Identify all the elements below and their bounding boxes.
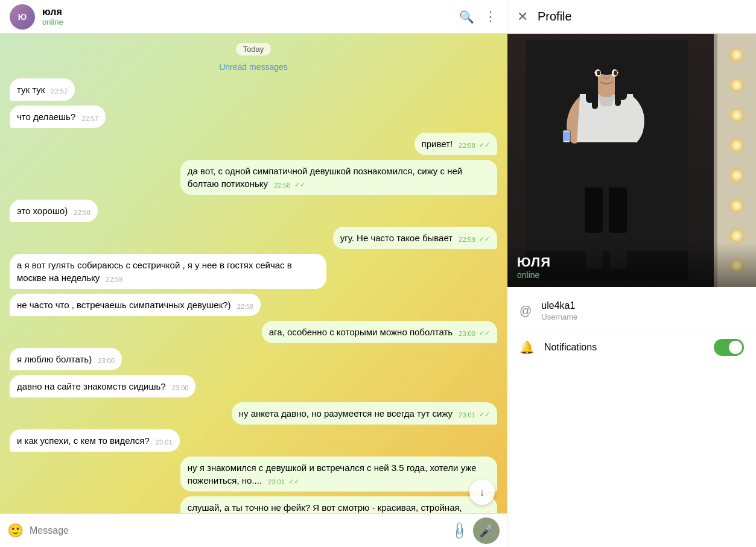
profile-header: ✕ Profile: [507, 0, 756, 34]
read-checkmarks: ✓✓: [479, 235, 490, 242]
scroll-down-icon: ↓: [480, 486, 485, 499]
message-text: давно на сайте знакомств сидишь?: [17, 381, 166, 391]
profile-status: online: [517, 270, 746, 280]
bell-icon: 🔔: [519, 340, 535, 355]
message-bubble: давно на сайте знакомств сидишь? 23:00: [10, 375, 195, 397]
profile-name-overlay: ЮЛЯ online: [507, 242, 756, 287]
table-row: и как успехи, с кем то виделся? 23:01: [10, 429, 497, 452]
attach-icon: 📎: [449, 520, 469, 540]
profile-photo: ЮЛЯ online: [507, 34, 756, 287]
light-bulb: [731, 200, 742, 211]
message-time: 22:58: [74, 208, 91, 217]
light-bulb: [731, 110, 742, 121]
message-bubble: ага, особенно с которыми можно поболтать…: [262, 321, 497, 343]
light-bulb: [731, 230, 742, 241]
message-text: ну анкета давно, но разумеется не всегда…: [239, 408, 453, 419]
message-bubble: да вот, с одной симпатичной девушкой поз…: [180, 160, 497, 195]
notifications-toggle[interactable]: [714, 339, 744, 356]
message-bubble: не часто что , встречаешь симпатичных де…: [10, 294, 261, 316]
table-row: угу. Не часто такое бывает 22:59 ✓✓: [10, 227, 497, 249]
mic-button[interactable]: 🎤: [473, 517, 500, 544]
table-row: что делаешь? 22:57: [10, 106, 497, 128]
date-divider: Today: [10, 43, 497, 54]
message-time: 22:57: [81, 114, 98, 123]
svg-point-19: [614, 71, 617, 75]
message-text: ну я знакомился с девушкой и встречался …: [188, 463, 477, 485]
header-actions: 🔍 ⋮: [459, 9, 497, 25]
contact-name: юля: [42, 7, 459, 17]
light-bulb: [731, 140, 742, 151]
message-time: 23:00: [172, 384, 189, 393]
message-text: и как успехи, с кем то виделся?: [17, 435, 150, 446]
message-time: 22:58: [274, 181, 291, 190]
message-time: 22:59: [106, 275, 123, 284]
message-input[interactable]: [30, 525, 446, 536]
message-bubble: угу. Не часто такое бывает 22:59 ✓✓: [333, 227, 497, 249]
username-label: Username: [541, 312, 577, 321]
svg-rect-5: [609, 185, 627, 233]
chat-body: Today Unread messages тук тук 22:57 что …: [0, 34, 507, 513]
close-icon: ✕: [517, 9, 528, 24]
message-time: 23:01: [268, 478, 285, 487]
chat-header: Ю юля online 🔍 ⋮: [0, 0, 507, 34]
read-checkmarks: ✓✓: [479, 411, 490, 418]
table-row: тук тук 22:57: [10, 78, 497, 101]
table-row: это хорошо) 22:58: [10, 200, 497, 222]
avatar: Ю: [10, 4, 35, 30]
message-bubble: что делаешь? 22:57: [10, 106, 106, 128]
message-time: 23:01: [156, 438, 173, 447]
table-row: ну анкета давно, но разумеется не всегда…: [10, 402, 497, 425]
message-bubble: я люблю болтать) 23:00: [10, 348, 122, 370]
notifications-row: 🔔 Notifications: [507, 330, 756, 364]
table-row: слушай, а ты точно не фейк? Я вот смотрю…: [10, 496, 497, 513]
svg-rect-14: [615, 73, 621, 106]
message-time: 23:01: [459, 411, 475, 420]
message-text: угу. Не часто такое бывает: [340, 233, 453, 243]
message-time: 22:59: [237, 302, 254, 311]
table-row: я люблю болтать) 23:00: [10, 348, 497, 370]
emoji-icon: 🙂: [7, 523, 24, 538]
username-info: ule4ka1 Username: [541, 300, 577, 321]
profile-info: @ ule4ka1 Username 🔔 Notifications: [507, 287, 756, 369]
close-profile-button[interactable]: ✕: [517, 9, 528, 25]
message-bubble: и как успехи, с кем то виделся? 23:01: [10, 429, 180, 452]
message-text: я люблю болтать): [17, 354, 92, 364]
read-checkmarks: ✓✓: [288, 478, 299, 485]
chat-input-bar: 🙂 📎 🎤: [0, 513, 507, 547]
message-time: 23:00: [98, 356, 115, 365]
attach-button[interactable]: 📎: [449, 520, 470, 541]
table-row: давно на сайте знакомств сидишь? 23:00: [10, 375, 497, 397]
light-bulb: [731, 49, 742, 60]
message-time: 23:00: [459, 329, 475, 338]
username-value: ule4ka1: [541, 300, 577, 311]
svg-rect-13: [592, 73, 598, 109]
svg-rect-7: [564, 131, 570, 141]
table-row: не часто что , встречаешь симпатичных де…: [10, 294, 497, 316]
message-text: не часто что , встречаешь симпатичных де…: [17, 300, 231, 310]
message-bubble: а я вот гулять собираюсь с сестричкой , …: [10, 254, 326, 289]
message-bubble: привет! 22:58 ✓✓: [415, 133, 497, 155]
search-icon: 🔍: [459, 10, 474, 24]
chat-panel: Ю юля online 🔍 ⋮ Today Unread messages т…: [0, 0, 507, 547]
emoji-button[interactable]: 🙂: [7, 523, 24, 539]
scroll-down-button[interactable]: ↓: [469, 479, 495, 505]
table-row: ну я знакомился с девушкой и встречался …: [10, 457, 497, 492]
table-row: привет! 22:58 ✓✓: [10, 133, 497, 155]
search-button[interactable]: 🔍: [459, 10, 474, 24]
notifications-label: Notifications: [544, 342, 704, 353]
message-text: привет!: [422, 139, 453, 149]
message-time: 22:58: [459, 141, 475, 150]
unread-divider: Unread messages: [10, 62, 497, 72]
more-options-button[interactable]: ⋮: [484, 9, 497, 25]
message-text: а я вот гулять собираюсь с сестричкой , …: [17, 260, 292, 283]
more-icon: ⋮: [484, 9, 497, 25]
message-time: 22:57: [51, 87, 68, 96]
message-text: тук тук: [17, 84, 45, 95]
message-bubble: слушай, а ты точно не фейк? Я вот смотрю…: [180, 496, 497, 513]
at-icon: @: [519, 304, 532, 318]
profile-panel: ✕ Profile: [507, 0, 756, 547]
read-checkmarks: ✓✓: [479, 329, 490, 337]
light-bulb: [731, 80, 742, 90]
message-text: это хорошо): [17, 206, 68, 216]
contact-status: online: [42, 17, 459, 27]
